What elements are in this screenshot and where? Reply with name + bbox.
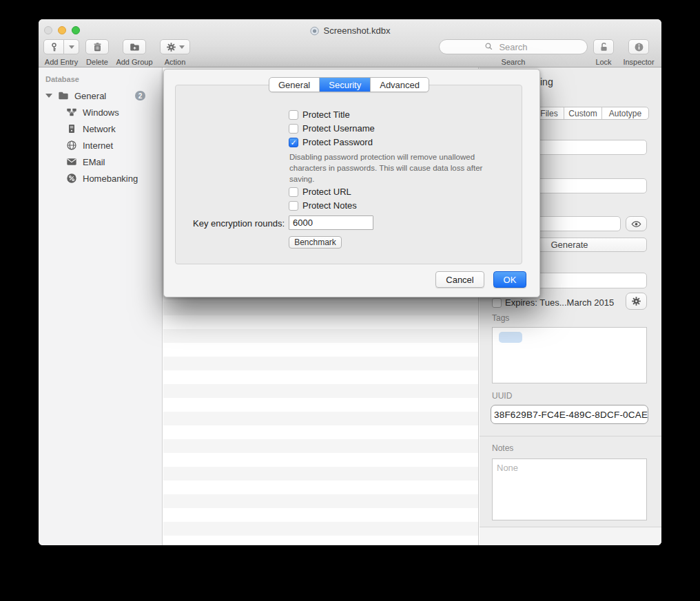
add-entry-button[interactable] [43,39,64,54]
uuid-label: UUID [492,391,512,401]
inspector-footer [480,527,661,545]
protect-password-row: ✓ Protect Password [289,137,373,147]
notes-field[interactable] [492,458,647,520]
protect-password-label: Protect Password [302,137,373,147]
protect-title-row: Protect Title [289,109,350,120]
entry-title-partial: ing [540,76,553,87]
benchmark-button[interactable]: Benchmark [289,236,342,249]
lock-label: Lock [595,58,611,66]
sidebar-item-label: Windows [83,107,119,118]
action-button[interactable] [160,39,190,54]
sidebar-item-internet[interactable]: Internet [66,137,113,154]
minimize-button[interactable] [58,26,66,34]
protect-title-label: Protect Title [302,109,350,120]
password-protection-warning: Disabling password protection will remov… [289,151,527,184]
search-label: Search [502,58,526,66]
protect-username-row: Protect Username [289,123,375,134]
tab-advanced[interactable]: Advanced [370,78,429,92]
add-group-label: Add Group [116,58,152,66]
close-button[interactable] [44,26,52,34]
search-group: Search [439,39,588,66]
sidebar-item-email[interactable]: EMail [66,154,105,170]
window-title: Screenshot.kdbx [324,25,391,36]
document-icon [310,26,320,36]
search-icon [484,42,493,51]
protect-url-checkbox[interactable] [289,187,298,197]
info-icon [634,42,644,52]
protect-title-checkbox[interactable] [289,110,298,120]
expires-row: Expires: Tues...March 2015 [492,297,614,308]
reveal-password-button[interactable] [626,216,647,231]
inspector-button[interactable] [628,39,649,54]
protect-username-label: Protect Username [302,123,375,134]
sidebar: Database General 2 Windows [39,67,163,545]
protect-url-label: Protect URL [302,187,351,197]
rounds-input[interactable] [289,215,373,230]
folder-icon [58,90,69,101]
gear-icon [631,296,641,306]
sidebar-item-label: Homebanking [83,173,138,184]
cancel-button[interactable]: Cancel [435,271,484,288]
add-entry-label: Add Entry [45,58,78,66]
protect-notes-checkbox[interactable] [289,201,298,211]
tab-general[interactable]: General [269,78,319,92]
key-icon [49,42,59,52]
sidebar-item-label: General [74,91,106,101]
sidebar-section-header: Database [45,75,79,83]
notes-label: Notes [492,443,513,453]
lock-button[interactable] [593,39,614,54]
action-group: Action [156,39,194,66]
titlebar: Screenshot.kdbx [39,19,661,67]
tab-autotype[interactable]: Autotype [601,107,648,119]
action-label: Action [165,58,186,66]
protect-notes-row: Protect Notes [289,200,357,211]
expires-options-button[interactable] [626,293,647,310]
ok-button[interactable]: OK [493,271,526,288]
envelope-icon [66,156,77,167]
rounds-label: Key encryption rounds: [178,218,285,229]
expires-label: Expires: Tues...March 2015 [505,297,614,308]
sidebar-item-label: Network [83,124,116,134]
gear-icon [166,42,176,52]
search-input[interactable] [439,39,588,54]
protect-notes-label: Protect Notes [302,200,357,211]
zoom-button[interactable] [72,26,80,34]
database-settings-dialog: General Security Advanced Protect Title … [163,69,540,297]
delete-label: Delete [86,58,108,66]
inspector-label: Inspector [623,58,654,66]
protect-password-checkbox[interactable]: ✓ [289,138,298,147]
percent-icon [66,173,77,184]
tab-security[interactable]: Security [319,78,370,92]
sidebar-item-network[interactable]: Network [66,120,116,137]
chevron-down-icon [179,45,185,49]
tags-label: Tags [492,313,509,323]
disclosure-triangle-icon[interactable] [45,94,52,98]
protect-username-checkbox[interactable] [289,124,298,134]
add-group-button[interactable] [123,39,146,54]
count-badge: 2 [135,91,145,101]
sidebar-item-label: EMail [83,157,105,167]
sidebar-item-general[interactable]: General 2 [45,87,156,104]
window-title-group: Screenshot.kdbx [310,25,391,36]
add-entry-group: Add Entry [43,39,79,66]
sidebar-item-windows[interactable]: Windows [66,104,119,120]
sidebar-item-homebanking[interactable]: Homebanking [66,170,138,187]
dialog-tabs: General Security Advanced [269,77,429,92]
delete-group: Delete [83,39,112,66]
tag-token[interactable] [499,332,522,343]
inspector-toggle-group: Inspector [622,39,655,66]
expires-checkbox[interactable] [492,298,502,308]
delete-button[interactable] [85,39,109,54]
divider [480,436,661,436]
uuid-field[interactable] [491,405,648,424]
tags-box[interactable] [492,327,647,383]
tab-custom[interactable]: Custom [564,107,601,119]
chevron-down-icon [69,45,74,49]
add-group-group: Add Group [113,39,156,66]
lock-open-icon [599,42,609,52]
folder-plus-icon [130,42,140,52]
screen: Screenshot.kdbx [0,0,700,601]
server-icon [66,123,77,134]
app-window: Screenshot.kdbx [39,19,661,545]
add-entry-dropdown-button[interactable] [64,39,79,54]
